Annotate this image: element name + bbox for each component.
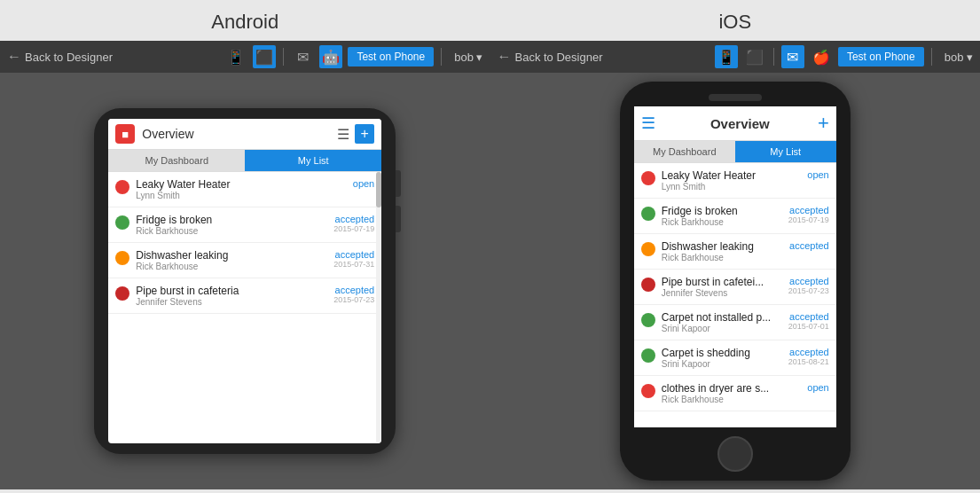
list-item[interactable]: Dishwasher leaking Rick Barkhouse accept… [634,234,836,270]
tab-dashboard-ios[interactable]: My Dashboard [634,141,735,162]
ios-device: ☰ Overview + My Dashboard My List Leaky … [620,82,851,481]
item-status: open [807,169,828,180]
ios-menu-icon[interactable]: ☰ [641,113,655,133]
item-status-area: accepted 2015-07-01 [788,311,829,331]
list-item[interactable]: Pipe burst in cafetei... Jennifer Steven… [634,270,836,305]
ios-icon[interactable]: 🍎 [810,45,833,68]
ios-app-topbar: ☰ Overview + [634,106,836,141]
tab-dashboard-android[interactable]: My Dashboard [108,150,245,171]
ios-home-button[interactable] [717,436,753,472]
tab-list-android[interactable]: My List [245,150,381,171]
list-item[interactable]: Carpet not installed p... Srini Kapoor a… [634,305,836,340]
item-status-area: accepted [789,240,829,251]
android-app-topbar: ■ Overview ☰ + [108,119,381,150]
item-date: 2015-07-31 [333,260,374,269]
item-content: Carpet not installed p... Srini Kapoor [662,311,782,333]
ios-tabs: My Dashboard My List [634,141,836,163]
tablet-icon-active[interactable]: ⬛ [253,45,276,68]
item-title: Pipe burst in cafeteria [136,285,327,297]
back-to-designer-android[interactable]: ← Back to Designer [7,49,113,65]
item-sub: Lynn Smith [136,191,347,200]
android-device: ■ Overview ☰ + My Dashboard My List Leak… [94,108,396,454]
back-to-designer-ios[interactable]: ← Back to Designer [498,49,603,65]
list-item[interactable]: Carpet is shedding Srini Kapoor accepted… [634,340,836,376]
ios-title: iOS [490,11,981,34]
scrollbar-track[interactable] [376,172,381,443]
app-logo: ■ [115,124,135,144]
item-content: Fridge is broken Rick Barkhouse [662,205,782,227]
email-icon[interactable]: ✉ [291,45,314,68]
item-title: Dishwasher leaking [662,240,783,253]
android-list-wrapper: Leaky Water Heater Lynn Smith open Fridg… [108,172,381,443]
item-date: 2015-07-01 [788,322,829,331]
status-dot [115,286,129,301]
email-icon-ios-active[interactable]: ✉ [781,45,804,68]
item-status-area: accepted 2015-07-23 [788,276,829,295]
tab-list-ios[interactable]: My List [735,141,836,162]
back-arrow-icon-ios: ← [498,49,512,65]
list-item[interactable]: Leaky Water Heater Lynn Smith open [108,172,381,207]
hamburger-icon[interactable]: ☰ [337,126,349,143]
item-title: Carpet not installed p... [662,311,782,324]
item-status: accepted [788,311,829,322]
item-status: open [807,382,828,393]
ios-panel: ← Back to Designer 📱 ⬛ ✉ 🍎 Test on Phone… [490,41,981,489]
ios-add-icon[interactable]: + [818,112,829,135]
item-status-area: accepted 2015-07-23 [333,285,374,304]
status-dot [641,348,655,363]
user-menu-android[interactable]: bob ▾ [454,51,482,64]
tablet-icon-ios[interactable]: ⬛ [743,45,766,68]
status-dot [641,278,655,292]
back-label-ios: Back to Designer [515,51,603,64]
item-sub: Rick Barkhouse [662,253,783,262]
item-status-area: open [807,169,828,180]
status-dot [115,251,129,265]
item-content: Dishwasher leaking Rick Barkhouse [136,249,327,271]
item-sub: Rick Barkhouse [662,395,802,404]
item-sub: Rick Barkhouse [662,217,782,227]
list-item[interactable]: clothes in dryer are s... Rick Barkhouse… [634,376,836,411]
list-item[interactable]: Pipe burst in cafeteria Jennifer Stevens… [108,278,381,314]
item-sub: Jennifer Stevens [136,297,327,307]
test-on-phone-button-ios[interactable]: Test on Phone [838,47,924,67]
item-status-area: open [807,382,828,393]
item-sub: Srini Kapoor [662,359,782,369]
item-title: clothes in dryer are s... [662,382,802,395]
item-content: Pipe burst in cafetei... Jennifer Steven… [662,276,782,298]
add-button[interactable]: + [355,124,374,144]
item-status-area: accepted 2015-08-21 [788,347,829,366]
item-sub: Jennifer Stevens [662,288,782,298]
divider1 [283,48,284,66]
item-status: accepted [789,240,829,251]
item-status: open [353,178,374,189]
list-item[interactable]: Leaky Water Heater Lynn Smith open [634,163,836,199]
scrollbar-thumb[interactable] [376,172,381,207]
user-menu-ios[interactable]: bob ▾ [945,51,973,64]
status-dot [641,207,655,221]
item-date: 2015-07-23 [333,295,374,304]
item-title: Pipe burst in cafetei... [662,276,782,288]
list-item[interactable]: Fridge is broken Rick Barkhouse accepted… [634,199,836,234]
item-date: 2015-07-19 [333,224,374,233]
android-panel: ← Back to Designer 📱 ⬛ ✉ 🤖 Test on Phone… [0,41,490,489]
item-content: clothes in dryer are s... Rick Barkhouse [662,382,802,404]
item-status: accepted [788,205,829,215]
divider-ios1 [773,48,774,66]
item-sub: Lynn Smith [662,182,802,192]
test-on-phone-button-android[interactable]: Test on Phone [348,47,434,67]
ios-app-title: Overview [662,116,818,131]
android-app-title: Overview [142,127,330,141]
status-dot [115,180,129,194]
item-status-area: accepted 2015-07-19 [788,205,829,224]
list-item[interactable]: Dishwasher leaking Rick Barkhouse accept… [108,243,381,278]
ios-topbar: ← Back to Designer 📱 ⬛ ✉ 🍎 Test on Phone… [490,41,981,73]
android-tabs: My Dashboard My List [108,150,381,172]
phone-icon[interactable]: 📱 [224,45,247,68]
item-sub: Rick Barkhouse [136,226,327,236]
android-icon-active[interactable]: 🤖 [319,45,342,68]
phone-icon-ios-active[interactable]: 📱 [715,45,738,68]
page-titles: Android iOS [0,0,980,41]
android-screen: ■ Overview ☰ + My Dashboard My List Leak… [108,119,381,443]
list-item[interactable]: Fridge is broken Rick Barkhouse accepted… [108,207,381,243]
ios-list: Leaky Water Heater Lynn Smith open Fridg… [634,163,836,427]
